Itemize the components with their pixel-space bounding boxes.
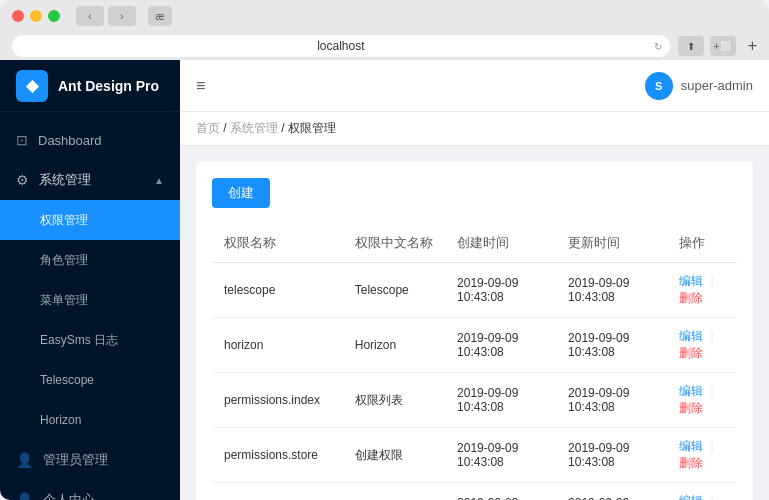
sidebar-item-label: 角色管理: [40, 252, 88, 269]
sidebar-item-label: 管理员管理: [43, 451, 108, 469]
url-text: localhost: [317, 39, 364, 53]
create-button[interactable]: 创建: [212, 178, 270, 208]
sidebar-item-label: EasySms 日志: [40, 332, 118, 349]
cell-cn-name: 权限列表: [343, 373, 445, 428]
sidebar-item-system[interactable]: ⚙ 系统管理 ▲: [0, 160, 180, 200]
cell-created: 2019-09-09 10:43:08: [445, 318, 556, 373]
sidebar-item-label: 权限管理: [40, 212, 88, 229]
cell-name: horizon: [212, 318, 343, 373]
forward-button[interactable]: ›: [108, 6, 136, 26]
header-left: ≡: [196, 77, 205, 95]
sidebar-item-label: 系统管理: [39, 171, 91, 189]
sidebar: ◆ Ant Design Pro ⊡ Dashboard ⚙ 系统管理 ▲ 权限…: [0, 60, 180, 500]
permissions-table: 权限名称 权限中文名称 创建时间 更新时间 操作 telescope Teles…: [212, 224, 737, 500]
minimize-dot[interactable]: [30, 10, 42, 22]
sidebar-item-admin-mgmt[interactable]: 👤 管理员管理: [0, 440, 180, 480]
col-header-name: 权限名称: [212, 224, 343, 263]
cell-actions: 编辑 | 删除: [667, 428, 737, 483]
new-tab-button[interactable]: +: [748, 37, 757, 55]
cell-created: 2019-09-09 10:43:08: [445, 263, 556, 318]
admin-icon: 👤: [16, 452, 33, 468]
maximize-dot[interactable]: [48, 10, 60, 22]
add-bookmark-button[interactable]: +⬜: [710, 36, 736, 56]
sidebar-item-dashboard[interactable]: ⊡ Dashboard: [0, 120, 180, 160]
system-icon: ⚙: [16, 172, 29, 188]
edit-link[interactable]: 编辑: [679, 439, 703, 453]
content-area: 创建 权限名称 权限中文名称 创建时间 更新时间 操作 telescope: [180, 146, 769, 500]
table-header: 权限名称 权限中文名称 创建时间 更新时间 操作: [212, 224, 737, 263]
cell-updated: 2019-09-09 10:43:08: [556, 428, 667, 483]
delete-link[interactable]: 删除: [679, 291, 703, 305]
sidebar-item-label: Horizon: [40, 413, 81, 427]
cell-created: 2019-09-09 10:43:08: [445, 483, 556, 501]
cell-name: permissions.index: [212, 373, 343, 428]
app-header: ≡ S super-admin: [180, 60, 769, 112]
browser-chrome: ‹ › æ localhost ↻ ⬆ +⬜ +: [0, 0, 769, 60]
personal-icon: 👤: [16, 492, 33, 500]
sidebar-item-label: 菜单管理: [40, 292, 88, 309]
edit-link[interactable]: 编辑: [679, 274, 703, 288]
breadcrumb-system[interactable]: 系统管理: [230, 121, 278, 135]
delete-link[interactable]: 删除: [679, 346, 703, 360]
cell-created: 2019-09-09 10:43:08: [445, 373, 556, 428]
cell-actions: 编辑 | 删除: [667, 263, 737, 318]
action-divider: |: [710, 494, 713, 500]
sidebar-item-roles[interactable]: 角色管理: [0, 240, 180, 280]
sidebar-item-telescope[interactable]: Telescope: [0, 360, 180, 400]
action-divider: |: [710, 384, 713, 398]
table-header-row: 权限名称 权限中文名称 创建时间 更新时间 操作: [212, 224, 737, 263]
col-header-updated: 更新时间: [556, 224, 667, 263]
cell-cn-name: 创建权限: [343, 428, 445, 483]
menu-toggle-icon[interactable]: ≡: [196, 77, 205, 95]
logo-text: Ant Design Pro: [58, 78, 159, 94]
sidebar-item-menus[interactable]: 菜单管理: [0, 280, 180, 320]
browser-action-buttons: ⬆ +⬜: [678, 36, 736, 56]
cell-actions: 编辑 | 删除: [667, 318, 737, 373]
refresh-icon[interactable]: ↻: [654, 41, 662, 52]
share-button[interactable]: ⬆: [678, 36, 704, 56]
browser-dots: [12, 10, 60, 22]
delete-link[interactable]: 删除: [679, 456, 703, 470]
action-divider: |: [710, 274, 713, 288]
breadcrumb: 首页 / 系统管理 / 权限管理: [180, 112, 769, 146]
cell-cn-name: Horizon: [343, 318, 445, 373]
avatar: S: [645, 72, 673, 100]
user-name-label[interactable]: super-admin: [681, 78, 753, 93]
cell-name: permissions.store: [212, 428, 343, 483]
cell-name: telescope: [212, 263, 343, 318]
tab-icon: æ: [148, 6, 172, 26]
content-card: 创建 权限名称 权限中文名称 创建时间 更新时间 操作 telescope: [196, 162, 753, 500]
table-row: permissions.store 创建权限 2019-09-09 10:43:…: [212, 428, 737, 483]
breadcrumb-sep1: /: [223, 121, 230, 135]
app-container: ◆ Ant Design Pro ⊡ Dashboard ⚙ 系统管理 ▲ 权限…: [0, 60, 769, 500]
table-body: telescope Telescope 2019-09-09 10:43:08 …: [212, 263, 737, 501]
dashboard-icon: ⊡: [16, 132, 28, 148]
edit-link[interactable]: 编辑: [679, 329, 703, 343]
table-row: telescope Telescope 2019-09-09 10:43:08 …: [212, 263, 737, 318]
col-header-cn-name: 权限中文名称: [343, 224, 445, 263]
cell-updated: 2019-09-09 10:43:08: [556, 373, 667, 428]
sidebar-item-label: Telescope: [40, 373, 94, 387]
col-header-action: 操作: [667, 224, 737, 263]
cell-actions: 编辑 | 删除: [667, 483, 737, 501]
cell-updated: 2019-09-09 10:43:08: [556, 483, 667, 501]
breadcrumb-home[interactable]: 首页: [196, 121, 220, 135]
browser-nav-buttons: ‹ ›: [76, 6, 136, 26]
edit-link[interactable]: 编辑: [679, 494, 703, 500]
table-row: permissions.index 权限列表 2019-09-09 10:43:…: [212, 373, 737, 428]
sidebar-item-easysms[interactable]: EasySms 日志: [0, 320, 180, 360]
cell-name: permissions.show: [212, 483, 343, 501]
sidebar-item-personal[interactable]: 👤 个人中心: [0, 480, 180, 500]
browser-addressbar[interactable]: localhost ↻: [12, 35, 670, 57]
back-button[interactable]: ‹: [76, 6, 104, 26]
sidebar-item-horizon[interactable]: Horizon: [0, 400, 180, 440]
cell-cn-name: Telescope: [343, 263, 445, 318]
delete-link[interactable]: 删除: [679, 401, 703, 415]
browser-titlebar: ‹ › æ: [0, 0, 769, 32]
sidebar-logo: ◆ Ant Design Pro: [0, 60, 180, 112]
edit-link[interactable]: 编辑: [679, 384, 703, 398]
table-row: horizon Horizon 2019-09-09 10:43:08 2019…: [212, 318, 737, 373]
close-dot[interactable]: [12, 10, 24, 22]
sidebar-item-permissions[interactable]: 权限管理: [0, 200, 180, 240]
cell-created: 2019-09-09 10:43:08: [445, 428, 556, 483]
